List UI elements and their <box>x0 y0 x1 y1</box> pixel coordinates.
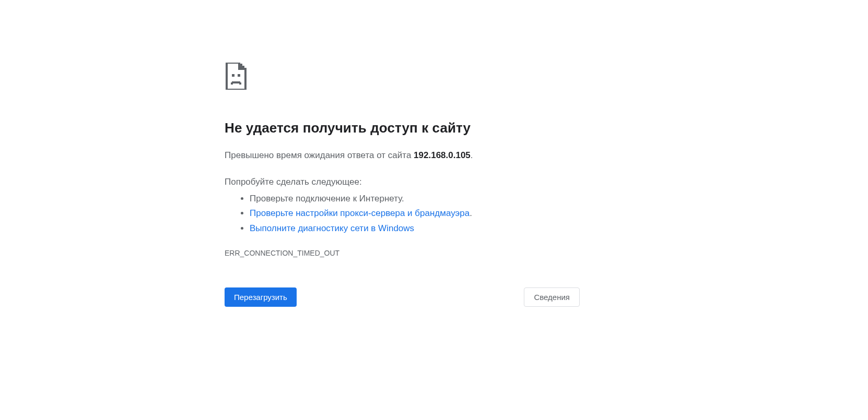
error-description: Превышено время ожидания ответа от сайта… <box>225 149 580 162</box>
suggestion-item-proxy: Проверьте настройки прокси-сервера и бра… <box>250 206 580 221</box>
proxy-firewall-link[interactable]: Проверьте настройки прокси-сервера и бра… <box>250 208 470 218</box>
details-button[interactable]: Сведения <box>524 287 580 307</box>
desc-host: 192.168.0.105 <box>414 150 471 160</box>
error-title: Не удается получить доступ к сайту <box>225 120 580 136</box>
button-row: Перезагрузить Сведения <box>225 287 580 307</box>
desc-prefix: Превышено время ожидания ответа от сайта <box>225 150 414 160</box>
suggestion-text: Проверьте подключение к Интернету. <box>250 194 404 203</box>
error-page-container: Не удается получить доступ к сайту Превы… <box>225 63 580 307</box>
suggestions-list: Проверьте подключение к Интернету. Прове… <box>225 191 580 237</box>
svg-rect-4 <box>239 82 241 85</box>
svg-rect-3 <box>231 82 233 85</box>
suggestion-item-diagnostics: Выполните диагностику сети в Windows <box>250 221 580 236</box>
error-code: ERR_CONNECTION_TIMED_OUT <box>225 249 580 257</box>
desc-suffix: . <box>471 150 473 160</box>
windows-diagnostics-link[interactable]: Выполните диагностику сети в Windows <box>250 223 414 233</box>
try-label: Попробуйте сделать следующее: <box>225 177 580 187</box>
suggestion-item-connection: Проверьте подключение к Интернету. <box>250 191 580 207</box>
suggestion-suffix: . <box>470 208 472 218</box>
svg-rect-1 <box>238 74 240 77</box>
sad-page-icon <box>225 63 248 90</box>
reload-button[interactable]: Перезагрузить <box>225 287 297 307</box>
svg-rect-2 <box>232 81 240 83</box>
svg-rect-0 <box>232 74 234 77</box>
